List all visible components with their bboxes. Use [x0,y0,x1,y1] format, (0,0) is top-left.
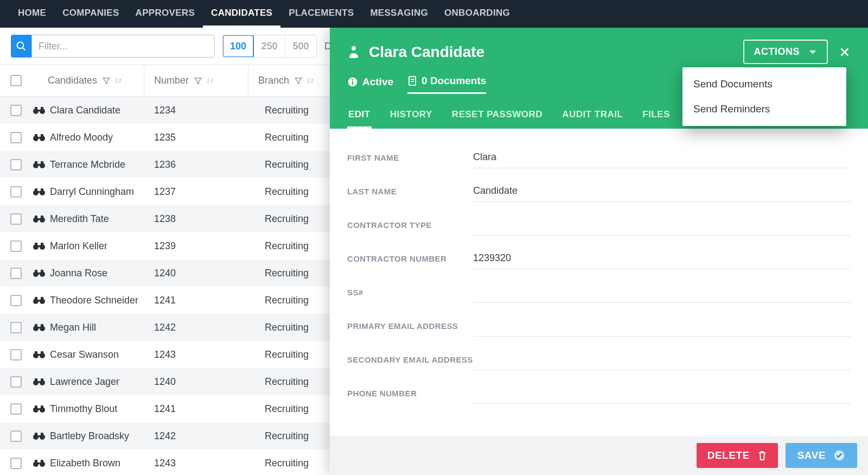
form-value-input[interactable]: Clara [473,147,851,168]
svg-rect-36 [41,270,43,273]
nav-item-onboarding[interactable]: ONBOARDING [436,0,518,28]
binoculars-icon[interactable] [33,242,44,250]
status-active[interactable]: Active [347,75,393,94]
svg-rect-59 [37,408,41,410]
svg-rect-11 [41,134,43,137]
svg-rect-78 [352,81,353,85]
panel-tab-reset-password[interactable]: RESET PASSWORD [451,103,544,129]
row-checkbox-cell [0,132,31,143]
svg-rect-34 [37,273,41,274]
panel-tab-files[interactable]: FILES [641,103,671,129]
row-name: Theodore Schneider [50,295,138,306]
binoculars-icon[interactable] [33,133,44,142]
svg-rect-49 [37,354,41,356]
binoculars-icon[interactable] [33,214,44,223]
binoculars-icon[interactable] [33,323,44,332]
row-checkbox[interactable] [10,295,22,306]
binoculars-icon[interactable] [33,187,44,196]
form-value-input[interactable] [473,214,851,236]
close-button[interactable] [839,46,851,58]
row-checkbox[interactable] [10,403,22,415]
binoculars-icon[interactable] [33,432,44,440]
column-candidates[interactable]: Candidates [31,65,144,96]
binoculars-icon[interactable] [33,160,44,169]
row-name: Meredith Tate [50,213,109,225]
row-checkbox[interactable] [10,240,22,252]
form-value-input[interactable]: 1239320 [473,248,851,269]
row-checkbox[interactable] [10,349,22,360]
nav-item-companies[interactable]: COMPANIES [54,0,127,28]
row-name: Clara Candidate [50,105,120,116]
form-label: FIRST NAME [347,153,473,162]
nav-item-home[interactable]: HOME [10,0,54,28]
row-name: Lawrence Jager [50,376,119,388]
row-name-cell: Darryl Cunningham [31,186,144,198]
nav-item-approvers[interactable]: APPROVERS [127,0,203,28]
form-row: SS# [347,275,851,309]
actions-dropdown: Send DocumentsSend Reminders [682,67,846,126]
binoculars-icon[interactable] [33,269,44,277]
column-number[interactable]: Number [144,65,248,96]
form-value-input[interactable]: Candidate [473,180,851,202]
filter-input[interactable] [31,35,215,58]
actions-label: ACTIONS [754,46,800,58]
row-number-cell: 1241 [144,295,248,306]
row-name: Terrance Mcbride [50,159,125,170]
page-size-500[interactable]: 500 [285,35,316,57]
row-checkbox[interactable] [10,186,22,198]
column-number-label: Number [154,75,189,86]
page-size-100[interactable]: 100 [222,35,254,58]
row-checkbox[interactable] [10,458,22,469]
row-checkbox[interactable] [10,430,22,442]
row-checkbox-cell [0,430,31,442]
nav-item-messaging[interactable]: MESSAGING [362,0,436,28]
row-checkbox[interactable] [10,105,22,116]
row-number-cell: 1239 [144,240,248,252]
row-checkbox[interactable] [10,213,22,225]
binoculars-icon[interactable] [33,459,44,467]
row-name-cell: Theodore Schneider [31,295,144,306]
form-row: FIRST NAMEClara [347,141,851,174]
panel-tab-history[interactable]: HISTORY [389,103,433,129]
select-all-checkbox[interactable] [10,75,22,86]
search-button[interactable] [11,35,31,58]
close-icon [839,46,851,58]
row-number-cell: 1235 [144,132,248,143]
row-number-cell: 1236 [144,159,248,170]
svg-rect-30 [35,243,37,245]
panel-tab-edit[interactable]: EDIT [347,103,372,129]
save-label: SAVE [797,449,826,461]
binoculars-icon[interactable] [33,404,44,413]
row-checkbox[interactable] [10,159,22,170]
documents-link[interactable]: 0 Documents [407,75,486,94]
binoculars-icon[interactable] [33,296,44,305]
row-checkbox[interactable] [10,268,22,279]
svg-rect-24 [37,218,41,220]
form-value-input[interactable] [473,281,851,303]
binoculars-icon[interactable] [33,350,44,359]
form-value-input[interactable] [473,315,851,337]
search-wrap [11,35,215,58]
save-button[interactable]: SAVE [786,443,857,468]
row-checkbox-cell [0,403,31,415]
form-value-input[interactable] [473,382,851,404]
row-checkbox[interactable] [10,376,22,388]
binoculars-icon[interactable] [33,106,44,115]
row-checkbox-cell [0,105,31,116]
row-name-cell: Megan Hill [31,322,144,333]
svg-rect-54 [37,381,41,383]
actions-button[interactable]: ACTIONS [743,40,828,64]
row-checkbox[interactable] [10,132,22,143]
svg-point-0 [17,42,24,49]
svg-rect-35 [35,270,37,273]
delete-button[interactable]: DELETE [697,443,778,468]
nav-item-candidates[interactable]: CANDIDATES [203,0,280,28]
page-size-250[interactable]: 250 [253,35,285,57]
dropdown-item-send-reminders[interactable]: Send Reminders [682,97,846,122]
nav-item-placements[interactable]: PLACEMENTS [280,0,362,28]
row-checkbox[interactable] [10,322,22,333]
dropdown-item-send-documents[interactable]: Send Documents [682,72,846,97]
binoculars-icon[interactable] [33,377,44,386]
panel-tab-audit-trail[interactable]: AUDIT TRAIL [561,103,624,129]
form-value-input[interactable] [473,349,851,370]
